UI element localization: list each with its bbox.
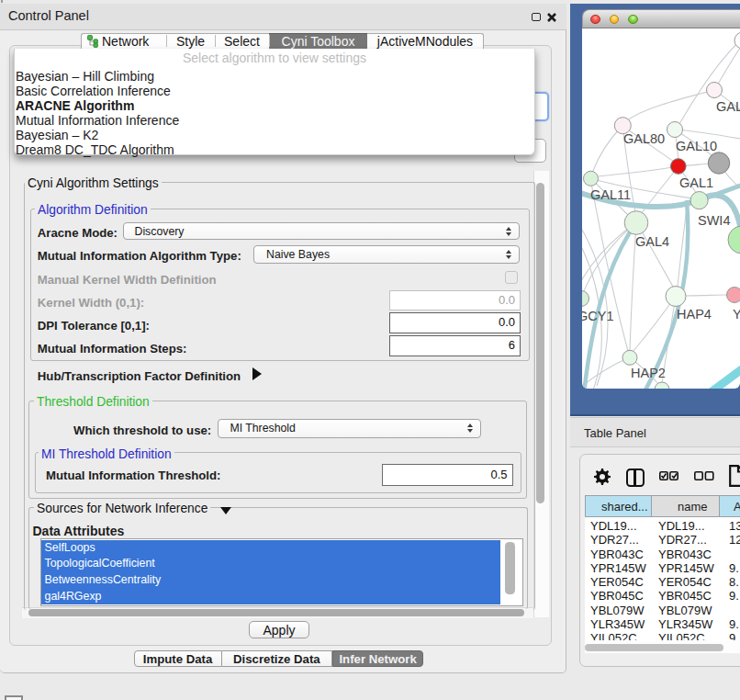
svg-text:HAP4: HAP4: [677, 307, 712, 322]
svg-text:SWI4: SWI4: [698, 213, 730, 228]
svg-text:YB: YB: [733, 307, 740, 322]
svg-text:GAL11: GAL11: [590, 187, 631, 202]
svg-text:HAP2: HAP2: [631, 366, 666, 380]
svg-text:GCY1: GCY1: [582, 309, 614, 323]
svg-text:GAL1: GAL1: [679, 175, 713, 190]
svg-text:GAL2: GAL2: [716, 99, 740, 114]
svg-text:GAL4: GAL4: [635, 234, 669, 249]
svg-text:GAL10: GAL10: [676, 139, 717, 153]
svg-text:GAL80: GAL80: [623, 131, 665, 146]
